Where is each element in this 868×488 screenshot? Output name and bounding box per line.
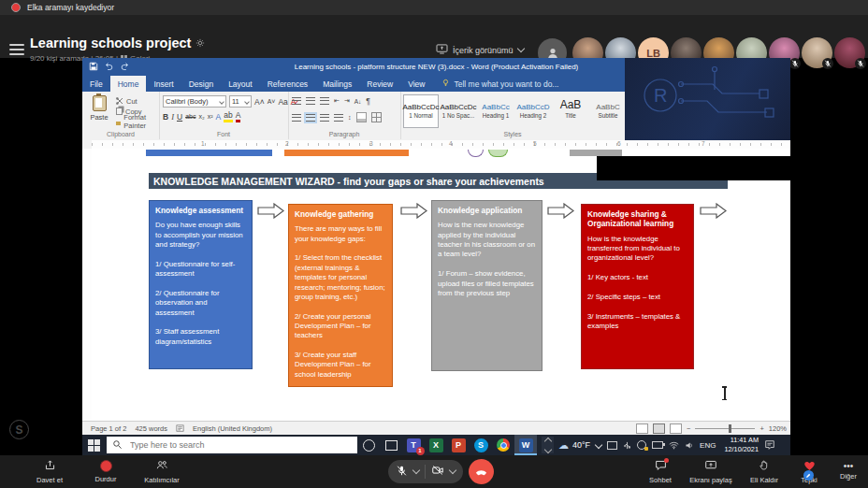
- font-size-select[interactable]: 11: [229, 95, 252, 108]
- read-mode-button[interactable]: [636, 423, 648, 434]
- align-right-button[interactable]: [320, 114, 329, 122]
- tab-view[interactable]: View: [400, 76, 432, 92]
- powerpoint-icon[interactable]: P: [447, 435, 470, 455]
- paste-button[interactable]: Paste: [87, 95, 111, 122]
- share-screen-button[interactable]: Ekranı paylaş: [684, 455, 738, 488]
- tab-file[interactable]: File: [82, 76, 110, 92]
- invite-button[interactable]: Davet et: [28, 455, 71, 488]
- update-warning-icon[interactable]: [637, 440, 646, 450]
- more-button[interactable]: ••• Diğer: [832, 455, 864, 488]
- language-switcher[interactable]: ENG: [700, 441, 716, 450]
- content-view-button[interactable]: İçerik görünümü: [436, 44, 524, 56]
- increase-indent-button[interactable]: ⇥: [344, 97, 350, 105]
- show-marks-button[interactable]: ¶: [366, 96, 370, 106]
- tell-me-box[interactable]: Tell me what you want to do...: [441, 79, 558, 89]
- sort-button[interactable]: A↓: [354, 98, 362, 105]
- teams-icon[interactable]: T1: [402, 435, 425, 455]
- tab-home[interactable]: Home: [110, 76, 147, 92]
- chrome-icon[interactable]: [492, 435, 514, 455]
- document-page[interactable]: KNOWLEDGE MANAGEMENT WIZARD - find your …: [92, 149, 790, 421]
- raise-hand-button[interactable]: Eli Kaldır: [743, 455, 786, 488]
- change-case-button[interactable]: Aa: [278, 97, 287, 107]
- mic-muted-button[interactable]: [396, 464, 408, 481]
- style-title[interactable]: AaBTitle: [553, 94, 588, 128]
- style-heading2[interactable]: AaBbCcDHeading 2: [515, 94, 551, 128]
- gear-icon[interactable]: [195, 36, 205, 50]
- cut-button[interactable]: Cut: [116, 96, 159, 106]
- undo-icon[interactable]: [104, 62, 114, 73]
- align-left-button[interactable]: [292, 114, 301, 122]
- format-painter-button[interactable]: Format Painter: [116, 117, 159, 126]
- superscript-button[interactable]: x²: [208, 113, 213, 120]
- camera-off-button[interactable]: [431, 464, 444, 481]
- borders-button[interactable]: [371, 112, 382, 122]
- chat-button[interactable]: Sohbet: [642, 455, 679, 488]
- numbering-button[interactable]: [306, 97, 315, 105]
- language-indicator[interactable]: English (United Kingdom): [193, 424, 272, 433]
- word-icon[interactable]: W: [514, 435, 537, 455]
- tab-layout[interactable]: Layout: [221, 76, 260, 92]
- wifi-icon[interactable]: [669, 441, 679, 450]
- web-layout-button[interactable]: [670, 423, 682, 434]
- speaker-icon[interactable]: [685, 441, 694, 450]
- justify-button[interactable]: [334, 114, 343, 122]
- stop-recording-button[interactable]: Durdur: [84, 455, 127, 488]
- taskbar-weather[interactable]: ☁ 40°F: [558, 439, 590, 452]
- end-call-button[interactable]: [469, 459, 494, 484]
- print-layout-button[interactable]: [653, 423, 665, 434]
- redo-icon[interactable]: [120, 62, 130, 73]
- style-subtitle[interactable]: AaBbCSubtitle: [590, 94, 626, 128]
- shrink-font-button[interactable]: A˅: [268, 98, 276, 105]
- style-no-spacing[interactable]: AaBbCcDc1 No Spac...: [441, 94, 476, 128]
- underline-button[interactable]: U: [177, 112, 182, 122]
- save-icon[interactable]: [89, 62, 98, 73]
- subscript-button[interactable]: x₂: [198, 113, 204, 120]
- tab-review[interactable]: Review: [359, 76, 400, 92]
- menu-icon[interactable]: [9, 44, 24, 55]
- line-spacing-button[interactable]: ↕: [348, 114, 352, 121]
- zoom-in-button[interactable]: +: [760, 424, 763, 433]
- multilevel-list-button[interactable]: [320, 97, 329, 105]
- cortana-icon[interactable]: [357, 435, 380, 455]
- shading-button[interactable]: [356, 112, 367, 122]
- italic-button[interactable]: I: [171, 112, 174, 122]
- action-center-icon[interactable]: [764, 439, 775, 451]
- zoom-slider-thumb[interactable]: [729, 424, 731, 433]
- strikethrough-button[interactable]: abc: [185, 113, 195, 120]
- font-color-button[interactable]: A: [236, 111, 241, 122]
- skype-icon[interactable]: S: [470, 435, 492, 455]
- excel-icon[interactable]: X: [425, 435, 447, 455]
- camera-options-chevron[interactable]: [449, 466, 456, 474]
- decrease-indent-button[interactable]: ⇤: [334, 97, 340, 105]
- highlight-color-button[interactable]: ab: [224, 111, 232, 122]
- word-count[interactable]: 425 words: [135, 424, 167, 433]
- style-heading1[interactable]: AaBbCcHeading 1: [478, 94, 514, 128]
- bold-button[interactable]: B: [163, 112, 168, 122]
- battery-icon[interactable]: [652, 441, 663, 449]
- participants-button[interactable]: Katılımcılar: [140, 455, 183, 488]
- hidden-icons-chevron[interactable]: [595, 441, 602, 449]
- start-button[interactable]: [88, 439, 100, 452]
- zoom-out-button[interactable]: −: [687, 424, 690, 433]
- reaction-button[interactable]: Tepki: [790, 455, 828, 488]
- scroll-chevrons[interactable]: [542, 437, 554, 453]
- avatar-video[interactable]: [802, 37, 832, 68]
- proofing-icon[interactable]: [176, 424, 184, 433]
- avatar-video[interactable]: [834, 37, 865, 68]
- page-indicator[interactable]: Page 1 of 2: [91, 424, 126, 433]
- mic-options-chevron[interactable]: [412, 466, 420, 474]
- usb-icon[interactable]: [623, 441, 631, 450]
- tab-design[interactable]: Design: [181, 76, 221, 92]
- zoom-level[interactable]: 120%: [769, 424, 787, 433]
- bullets-button[interactable]: [292, 97, 301, 105]
- grow-font-button[interactable]: A˄: [254, 97, 265, 107]
- tab-references[interactable]: References: [260, 76, 315, 92]
- font-family-select[interactable]: Calibri (Body): [163, 95, 226, 108]
- task-view-icon[interactable]: [380, 435, 402, 455]
- search-input[interactable]: [128, 439, 319, 451]
- taskbar-clock[interactable]: 11:41 AM 12/10/2021: [724, 436, 759, 454]
- text-effects-button[interactable]: A: [215, 112, 221, 122]
- taskbar-search[interactable]: [107, 437, 357, 453]
- tab-mailings[interactable]: Mailings: [315, 76, 359, 92]
- align-center-button[interactable]: [306, 114, 315, 122]
